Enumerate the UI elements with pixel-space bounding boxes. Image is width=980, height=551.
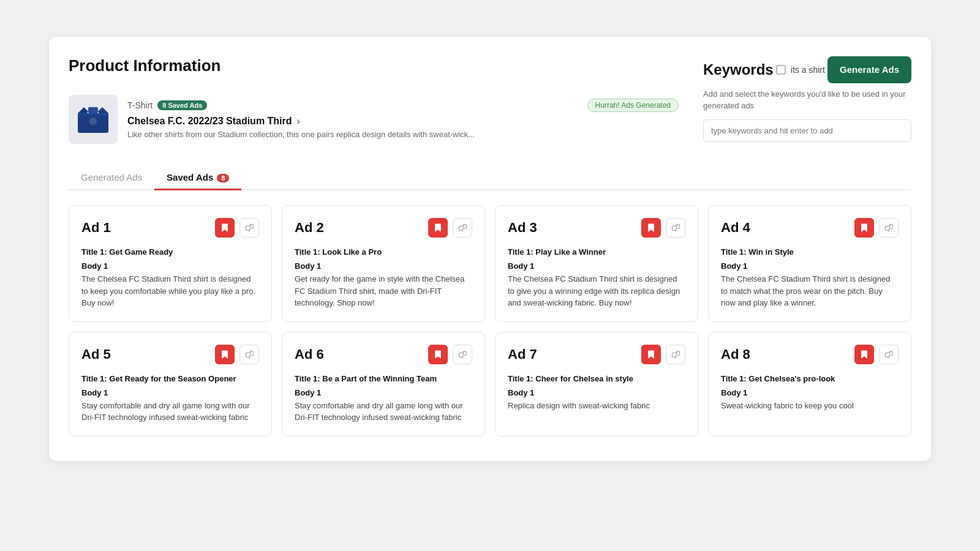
product-section-title: Product Information — [69, 56, 679, 75]
ad-thumbdown-button[interactable] — [666, 345, 685, 364]
ad-thumbdown-button[interactable] — [879, 345, 899, 364]
ad-title-label: Title 1: Be a Part of the Winning Team — [295, 374, 472, 383]
ad-card-header: Ad 6 — [295, 345, 472, 364]
ad-body-text: Get ready for the game in style with the… — [295, 273, 472, 309]
thumbdown-icon — [245, 223, 254, 232]
ad-title-label: Title 1: Look Like a Pro — [295, 247, 472, 257]
ad-card-header: Ad 3 — [508, 218, 685, 238]
product-arrow-icon[interactable]: › — [297, 116, 300, 127]
ad-number: Ad 3 — [508, 220, 537, 236]
ad-number: Ad 1 — [81, 220, 111, 236]
tab-generated-ads-label: Generated Ads — [81, 172, 142, 182]
ad-bookmark-button[interactable] — [215, 218, 235, 238]
ad-card-header: Ad 4 — [721, 218, 899, 238]
ad-actions — [854, 218, 899, 238]
ad-body-label: Body 1 — [508, 261, 685, 271]
product-type-badge: T-Shirt 8 Saved Ads — [127, 100, 207, 110]
ad-card-3: Ad 3 Title 1: Play Like a Winner — [495, 205, 698, 322]
ad-bookmark-button[interactable] — [215, 345, 235, 364]
bookmark-icon — [434, 223, 442, 232]
ad-body-label: Body 1 — [721, 261, 899, 271]
tab-saved-ads[interactable]: Saved Ads8 — [154, 166, 241, 190]
ad-body-text: Sweat-wicking fabric to keep you cool — [721, 400, 899, 412]
ad-body-label: Body 1 — [295, 261, 472, 271]
ad-card-7: Ad 7 Title 1: Cheer for Chelsea in — [495, 332, 698, 437]
ad-content: Title 1: Get Chelsea's pro-look Body 1 S… — [721, 374, 899, 412]
product-info-header: Product Information — [69, 56, 911, 151]
keywords-checkbox[interactable] — [776, 65, 786, 75]
product-description: Like other shirts from our Stadium colle… — [127, 129, 679, 140]
svg-marker-1 — [78, 107, 88, 113]
product-type-label: T-Shirt — [127, 100, 153, 110]
ad-body-text: The Chelsea FC Stadium Third shirt is de… — [721, 273, 899, 309]
ad-title-label: Title 1: Cheer for Chelsea in style — [508, 374, 685, 383]
thumbdown-icon — [671, 223, 680, 232]
ad-content: Title 1: Cheer for Chelsea in style Body… — [508, 374, 685, 412]
ad-bookmark-button[interactable] — [854, 345, 874, 364]
thumbdown-icon — [245, 350, 254, 359]
ad-body-text: Stay comfortable and dry all game long w… — [81, 400, 259, 424]
ad-card-header: Ad 1 — [81, 218, 259, 238]
ad-title-label: Title 1: Get Game Ready — [81, 247, 259, 257]
ad-actions — [641, 218, 685, 238]
ad-thumbdown-button[interactable] — [239, 345, 259, 364]
ad-bookmark-button[interactable] — [641, 218, 661, 238]
keywords-checkbox-label: its a shirt — [791, 65, 825, 75]
ad-card-1: Ad 1 Title 1: Get Game Ready — [69, 205, 272, 322]
keywords-header: Keywords its a shirt Generate Ads — [703, 56, 911, 83]
ad-bookmark-button[interactable] — [854, 218, 874, 238]
tab-saved-ads-label: Saved Ads — [167, 172, 213, 182]
ad-body-text: The Chelsea FC Stadium Third shirt is de… — [81, 273, 259, 309]
product-name[interactable]: Chelsea F.C. 2022/23 Stadium Third — [127, 116, 292, 127]
ad-body-label: Body 1 — [508, 388, 685, 397]
ad-content: Title 1: Look Like a Pro Body 1 Get read… — [295, 247, 472, 309]
ad-number: Ad 8 — [721, 347, 750, 362]
tab-saved-ads-badge: 8 — [217, 174, 229, 182]
ad-thumbdown-button[interactable] — [666, 218, 685, 238]
thumbdown-icon — [884, 350, 893, 359]
hurrah-badge: Hurrah! Ads Generated — [587, 99, 679, 112]
ad-thumbdown-button[interactable] — [239, 218, 259, 238]
product-card: T-Shirt 8 Saved Ads Hurrah! Ads Generate… — [69, 88, 679, 151]
ad-body-text: Stay comfortable and dry all game long w… — [295, 400, 472, 424]
bookmark-icon — [221, 223, 229, 232]
ad-thumbdown-button[interactable] — [879, 218, 899, 238]
generate-ads-button[interactable]: Generate Ads — [827, 56, 911, 83]
keywords-input[interactable] — [703, 119, 911, 142]
ad-content: Title 1: Play Like a Winner Body 1 The C… — [508, 247, 685, 309]
ad-bookmark-button[interactable] — [641, 345, 661, 364]
ad-card-header: Ad 7 — [508, 345, 685, 364]
ad-content: Title 1: Get Ready for the Season Opener… — [81, 374, 259, 424]
ad-content: Title 1: Be a Part of the Winning Team B… — [295, 374, 472, 424]
ad-actions — [854, 345, 899, 364]
ad-bookmark-button[interactable] — [428, 345, 448, 364]
thumbdown-icon — [884, 223, 893, 232]
ad-title-label: Title 1: Play Like a Winner — [508, 247, 685, 257]
tab-generated-ads[interactable]: Generated Ads — [69, 166, 154, 190]
keywords-section: Keywords its a shirt Generate Ads Add an… — [703, 56, 911, 142]
bookmark-icon — [860, 223, 869, 232]
main-container: Product Information — [49, 37, 931, 461]
ad-actions — [215, 345, 259, 364]
ad-actions — [641, 345, 685, 364]
bookmark-icon — [647, 223, 655, 232]
ad-body-label: Body 1 — [295, 388, 472, 397]
ad-content: Title 1: Win in Style Body 1 The Chelsea… — [721, 247, 899, 309]
ads-grid: Ad 1 Title 1: Get Game Ready — [69, 205, 911, 437]
ad-number: Ad 4 — [721, 220, 750, 236]
ad-card-6: Ad 6 Title 1: Be a Part of the Win — [282, 332, 485, 437]
bookmark-icon — [434, 350, 442, 359]
ad-thumbdown-button[interactable] — [453, 218, 472, 238]
keywords-checkbox-row: its a shirt — [776, 65, 825, 75]
ad-number: Ad 2 — [295, 220, 324, 236]
product-thumbnail — [69, 95, 118, 144]
product-name-row: Chelsea F.C. 2022/23 Stadium Third › — [127, 116, 679, 127]
svg-marker-2 — [98, 107, 108, 113]
ad-thumbdown-button[interactable] — [453, 345, 472, 364]
ad-title-label: Title 1: Win in Style — [721, 247, 899, 257]
ad-number: Ad 7 — [508, 347, 537, 362]
keywords-title: Keywords — [703, 61, 774, 78]
ad-bookmark-button[interactable] — [428, 218, 448, 238]
ad-title-label: Title 1: Get Chelsea's pro-look — [721, 374, 899, 383]
ad-card-2: Ad 2 Title 1: Look Like a Pro — [282, 205, 485, 322]
